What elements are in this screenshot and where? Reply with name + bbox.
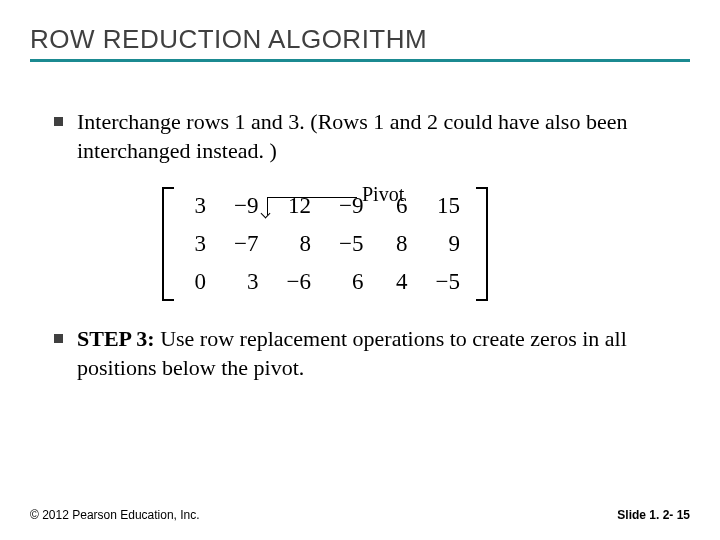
copyright-text: © 2012 Pearson Education, Inc. — [30, 508, 200, 522]
step-label: STEP 3: — [77, 326, 155, 351]
matrix-cell: 0 — [176, 263, 220, 301]
matrix-figure: Pivot 3 −9 12 −9 6 15 3 −7 8 −5 — [162, 187, 572, 301]
slide-number: Slide 1. 2- 15 — [617, 508, 690, 522]
page-title: ROW REDUCTION ALGORITHM — [30, 24, 690, 62]
matrix-cell: 3 — [176, 225, 220, 263]
bullet-text: Interchange rows 1 and 3. (Rows 1 and 2 … — [77, 108, 680, 165]
pivot-label: Pivot — [362, 183, 404, 206]
right-bracket-icon — [474, 187, 488, 301]
matrix-cell: 3 — [176, 187, 220, 225]
matrix-cell: 8 — [272, 225, 324, 263]
matrix-cell: −6 — [272, 263, 324, 301]
pivot-callout-line — [267, 197, 357, 198]
bullet-item: STEP 3: Use row replacement operations t… — [54, 325, 680, 382]
square-bullet-icon — [54, 117, 63, 126]
matrix-cell: 9 — [421, 225, 473, 263]
matrix-cell: 15 — [421, 187, 473, 225]
matrix-cell: 6 — [325, 263, 377, 301]
bullet-text: STEP 3: Use row replacement operations t… — [77, 325, 680, 382]
matrix-table: 3 −9 12 −9 6 15 3 −7 8 −5 8 9 0 3 — [176, 187, 474, 301]
bullet-item: Interchange rows 1 and 3. (Rows 1 and 2 … — [54, 108, 680, 165]
matrix-cell: 12 — [272, 187, 324, 225]
matrix-cell: −9 — [220, 187, 272, 225]
table-row: 3 −7 8 −5 8 9 — [176, 225, 474, 263]
matrix-cell: −5 — [325, 225, 377, 263]
matrix-cell: −5 — [421, 263, 473, 301]
square-bullet-icon — [54, 334, 63, 343]
matrix-cell: 8 — [377, 225, 421, 263]
matrix-cell: −7 — [220, 225, 272, 263]
matrix-cell: 3 — [220, 263, 272, 301]
step-text: Use row replacement operations to create… — [77, 326, 627, 380]
slide-footer: © 2012 Pearson Education, Inc. Slide 1. … — [30, 508, 690, 522]
matrix-cell: 4 — [377, 263, 421, 301]
table-row: 0 3 −6 6 4 −5 — [176, 263, 474, 301]
left-bracket-icon — [162, 187, 176, 301]
slide-content: Interchange rows 1 and 3. (Rows 1 and 2 … — [0, 68, 720, 382]
table-row: 3 −9 12 −9 6 15 — [176, 187, 474, 225]
